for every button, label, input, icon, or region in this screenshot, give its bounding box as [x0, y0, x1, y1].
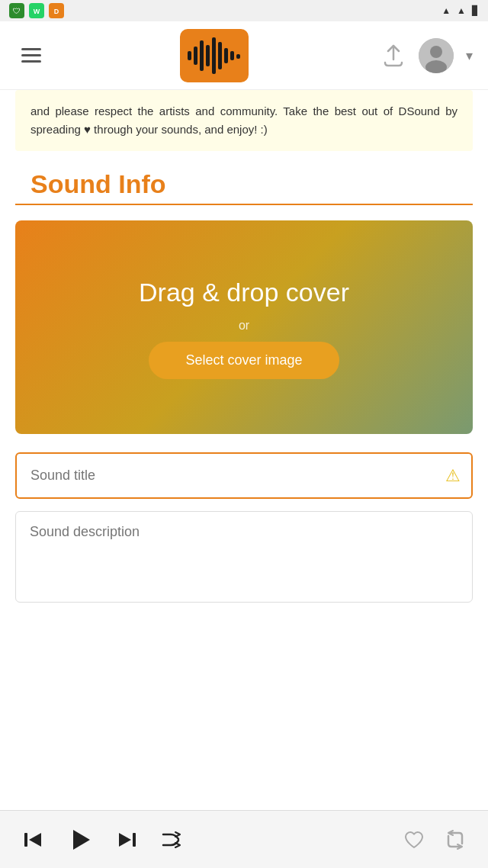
- cover-dropzone[interactable]: Drag & drop cover or Select cover image: [15, 220, 473, 434]
- battery-icon: ▊: [472, 5, 479, 16]
- svg-rect-8: [200, 40, 204, 71]
- sound-title-group: ⚠: [15, 452, 473, 499]
- security-icon: 🛡: [9, 3, 24, 18]
- svg-text:🛡: 🛡: [13, 7, 21, 15]
- dropdown-arrow-icon[interactable]: ▾: [466, 47, 473, 64]
- svg-text:D: D: [54, 8, 59, 15]
- upload-button[interactable]: [380, 43, 406, 69]
- or-label: or: [239, 319, 249, 333]
- header-right: ▾: [380, 38, 473, 73]
- prev-button[interactable]: [21, 828, 44, 851]
- svg-rect-14: [236, 54, 240, 59]
- logo: [180, 29, 249, 82]
- dsound-status-icon: D: [49, 3, 64, 18]
- main-content: and please respect the artists and commu…: [0, 90, 488, 682]
- svg-marker-19: [29, 833, 41, 847]
- svg-text:W: W: [34, 8, 40, 15]
- svg-rect-10: [212, 37, 216, 74]
- svg-rect-9: [206, 45, 210, 66]
- menu-button[interactable]: [15, 42, 47, 69]
- warning-icon: ⚠: [445, 466, 461, 486]
- svg-rect-18: [24, 833, 27, 847]
- svg-rect-11: [218, 42, 222, 69]
- drag-drop-label: Drag & drop cover: [139, 275, 349, 309]
- sound-description-input[interactable]: [15, 511, 473, 603]
- play-button[interactable]: [66, 825, 95, 854]
- header: ▾: [0, 21, 488, 90]
- status-bar-right: ▲ ▲ ▊: [441, 5, 479, 16]
- signal-icon: ▲: [441, 5, 451, 16]
- section-title: Sound Info: [15, 169, 473, 205]
- info-box-text: and please respect the artists and commu…: [30, 104, 458, 136]
- svg-point-16: [430, 46, 442, 58]
- next-button[interactable]: [116, 828, 139, 851]
- status-bar-left: 🛡 W D: [9, 3, 64, 18]
- avatar[interactable]: [419, 38, 454, 73]
- shuffle-button[interactable]: [160, 828, 183, 851]
- svg-rect-6: [188, 51, 191, 60]
- svg-rect-7: [194, 47, 197, 65]
- svg-marker-22: [119, 833, 131, 847]
- svg-marker-20: [73, 830, 90, 850]
- svg-rect-12: [224, 48, 228, 63]
- info-box: and please respect the artists and commu…: [15, 90, 473, 151]
- player-right-controls: [403, 828, 467, 851]
- sound-title-input[interactable]: [15, 452, 473, 499]
- status-bar: 🛡 W D ▲ ▲ ▊: [0, 0, 488, 21]
- select-cover-button[interactable]: Select cover image: [149, 342, 339, 379]
- whatsapp-icon: W: [29, 3, 44, 18]
- wifi-icon: ▲: [457, 5, 466, 16]
- player-bar: [0, 810, 488, 868]
- svg-rect-21: [133, 833, 136, 847]
- repost-button[interactable]: [444, 828, 467, 851]
- svg-rect-13: [230, 51, 234, 60]
- like-button[interactable]: [403, 828, 425, 851]
- player-controls: [21, 825, 183, 854]
